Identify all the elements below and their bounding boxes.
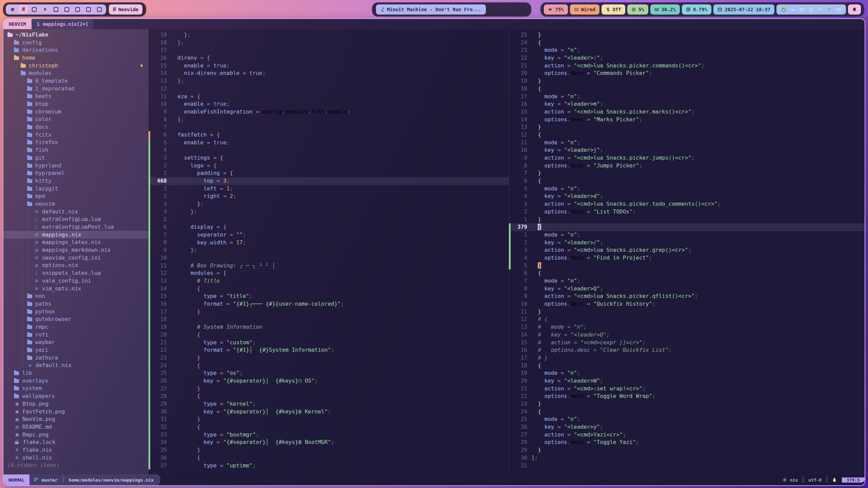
workspace-9[interactable] [94,4,105,15]
code-line[interactable]: 12 modules = [ [149,269,509,277]
code-line[interactable]: 36 { [149,454,509,462]
code-line[interactable]: 11 # Box Drawing: ╭ ─ ╮ ╰ ╯ │ [149,262,509,270]
code-line[interactable]: 18 }; [149,39,509,47]
code-line[interactable]: 3 }; [149,200,509,208]
code-line[interactable]: 18 { [509,85,865,93]
tree-item[interactable]: │ fcitx [3,131,148,139]
check-tray-icon[interactable] [781,7,786,12]
tree-item[interactable]: │ yazi [3,346,148,354]
code-line[interactable]: 19 # System Information [149,323,509,331]
tree-item[interactable]: home [3,54,148,62]
tree-item[interactable]: └ ⚙default.nix [3,362,148,369]
tree-item[interactable]: │ 0_template [3,77,148,85]
code-line[interactable]: 7 mode = "n"; [509,277,865,285]
code-line[interactable]: 27 action = "<cmd>Yazi<cr>"; [509,431,865,439]
code-line[interactable]: 18 [149,316,509,323]
tree-item[interactable]: │ rmpc [3,323,148,331]
code-line[interactable]: 15 action = "<cmd>lua Snacks.picker.mark… [509,108,865,116]
volume-module[interactable]: 75% [544,4,568,15]
code-line[interactable]: 28 { [149,392,509,400]
code-line[interactable]: 25 mode = "n"; [509,415,865,423]
code-line[interactable]: 24 { [149,362,509,370]
workspace-6[interactable] [61,4,72,15]
code-line[interactable]: 23 mode = "n"; [509,46,865,54]
code-line[interactable]: 21 type = "custom"; [149,339,509,347]
tree-item[interactable]: ~/NixFlake [3,31,148,39]
code-line[interactable]: 21 action = "<cmd>lua Snacks.picker.comm… [509,62,865,70]
code-line[interactable]: 11 } [509,308,865,316]
code-line[interactable]: 2 right = 2; [149,192,509,200]
window-tray-icon[interactable] [800,7,805,12]
code-line[interactable]: 19 }; [149,31,509,39]
code-line[interactable]: 22 key = "<leader>:"; [509,54,865,62]
code-line[interactable]: 30]; [509,454,865,462]
code-line[interactable]: 31 [509,462,865,470]
window-title[interactable]: N Neovide [109,4,142,15]
triangle-tray-icon[interactable] [827,7,832,12]
tab-mappings-nix[interactable]: 1 mappings.nix[2+] [32,19,94,29]
tree-item[interactable]: │ │ ⚙options.nix [3,262,148,269]
code-line[interactable]: 17 mode = "n"; [509,93,865,101]
code-line[interactable]: 20 key = "<leader>W"; [509,377,865,385]
code-line[interactable]: 13 }; [149,77,509,85]
tree-item[interactable]: ▣Rmpc.png [3,431,148,439]
code-line[interactable]: 20 { [149,331,509,339]
tree-item[interactable]: overlays [3,377,148,385]
code-line[interactable]: 26 key = "<leader>y"; [509,423,865,431]
code-line[interactable]: 37 type = "uptime"; [149,462,509,470]
memory-module[interactable]: 30.2% [650,4,680,15]
file-tree[interactable]: ~/NixFlake config derivations home │ chr… [3,29,148,474]
code-line[interactable]: 17 # } [509,354,865,362]
disk-module[interactable]: 8.79% [682,4,711,15]
tree-item[interactable]: │ │ ☾extraConfigLuaPost.lua [3,223,148,231]
code-line[interactable]: 23 } [509,400,865,408]
code-line[interactable]: 16 direnv = { [149,54,509,62]
code-line[interactable]: 3 settings = { [149,154,509,162]
code-line[interactable]: 6 { [509,177,865,185]
code-line[interactable]: 4 }; [149,208,509,216]
tree-item[interactable]: ⚙flake.nix [3,446,148,454]
cpu-module[interactable]: 5% [627,4,648,15]
code-line[interactable]: 18 { [509,362,865,370]
phone-tray-icon[interactable] [809,7,814,12]
code-line[interactable]: 14 # key = "<leader>Q"; [509,331,865,339]
tree-item[interactable]: │ hyprland [3,162,148,169]
tree-item[interactable]: │ fish [3,146,148,154]
code-line[interactable]: 17 [149,46,509,54]
tree-item[interactable]: ⚙shell.nix [3,454,148,462]
code-line[interactable]: 3 action = "<cmd>lua Snacks.picker.grep(… [509,246,865,254]
code-line[interactable]: 6 display = { [149,223,509,231]
code-line[interactable]: 11 mode = "n"; [509,139,865,147]
code-line[interactable]: 23 } [149,354,509,362]
code-line[interactable]: 10 key = "<leader>j"; [509,146,865,154]
tree-item[interactable]: lib [3,369,148,377]
tree-item[interactable]: │ python [3,308,148,316]
code-line[interactable]: 29 } [509,446,865,454]
code-line[interactable]: 14 { [149,285,509,293]
tree-item[interactable]: │ zathura [3,354,148,362]
code-line[interactable]: 14 nix-direnv.enable = true; [149,69,509,77]
code-line[interactable]: 26 key = "{#separator}│ {#keys}❐ OS"; [149,377,509,385]
code-line[interactable]: 8 key.width = 17; [149,239,509,247]
code-line[interactable]: 4 options.desc = "Find in Project"; [509,254,865,262]
code-line[interactable]: 24 { [509,408,865,416]
code-line[interactable]: 5 enable = true; [149,139,509,147]
code-line[interactable]: 13 # Title [149,277,509,285]
code-line[interactable]: 16 # options.desc = "Clear Quickfix List… [509,346,865,354]
tree-item[interactable]: ▤README.md [3,423,148,431]
code-line[interactable]: 5 [149,216,509,224]
mustache-tray-icon[interactable] [790,7,795,12]
notifications-bell[interactable] [848,4,861,15]
tree-item[interactable]: ▣NeoVim.png [3,415,148,423]
workspace-3[interactable] [29,4,40,15]
code-line[interactable]: 12 # { [509,316,865,323]
code-line[interactable]: 379 { [509,223,865,231]
code-line[interactable]: 28 options.desc = "Toggle Yazi"; [509,439,865,446]
keyboard-tray-icon[interactable] [836,7,841,12]
code-line[interactable]: 4 [149,146,509,154]
code-line[interactable]: 1 padding = { [149,169,509,177]
tree-item[interactable]: │ mpd [3,192,148,200]
tree-item[interactable]: │ beets [3,93,148,100]
code-line[interactable]: 8 key = "<leader>Q"; [509,285,865,293]
editor-pane-left[interactable]: 19 };18 };1716 direnv = {15 enable = tru… [148,29,509,474]
